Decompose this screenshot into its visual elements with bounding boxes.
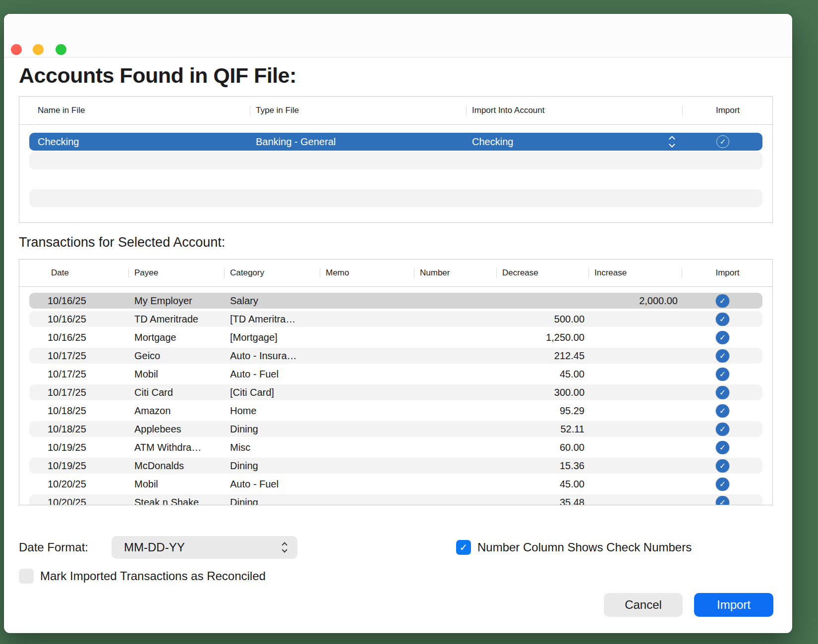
transaction-category-cell: Dining [224,424,320,435]
transaction-decrease-cell: 15.36 [496,460,588,472]
transactions-column-header: Import [682,268,773,278]
transaction-category-cell: Misc [224,442,320,453]
transaction-date-cell: 10/17/25 [29,387,128,398]
transaction-date-cell: 10/16/25 [29,295,128,307]
number-column-checkbox[interactable] [456,540,471,555]
transaction-category-cell: Salary [224,295,320,307]
number-column-label[interactable]: Number Column Shows Check Numbers [477,540,692,554]
transaction-import-cell [682,349,763,363]
transaction-decrease-cell: 35.48 [496,497,588,506]
account-import-into-cell: Checking [466,136,682,148]
transactions-column-header: Memo [320,268,414,278]
transaction-import-cell [682,368,763,381]
transaction-date-cell: 10/16/25 [29,332,128,343]
import-checkbox-icon[interactable] [716,135,729,148]
import-checkmark-icon[interactable] [716,349,729,363]
account-row[interactable] [29,170,762,188]
transaction-payee-cell: My Employer [128,295,224,307]
transactions-table: DatePayeeCategoryMemoNumberDecreaseIncre… [19,259,773,505]
transaction-category-cell: Auto - Fuel [224,369,320,380]
date-format-row: Date Format: MM-DD-YY [19,536,88,559]
mark-reconciled-checkbox[interactable] [19,569,34,584]
transaction-row[interactable]: 10/20/25Steak n ShakeDining35.48 [29,494,762,505]
transaction-decrease-cell: 500.00 [496,314,588,325]
date-format-popup[interactable]: MM-DD-YY [112,536,297,559]
cancel-button[interactable]: Cancel [604,593,683,617]
accounts-table-header: Name in FileType in FileImport Into Acco… [19,97,772,125]
transaction-payee-cell: ATM Withdra… [128,442,224,453]
chevron-up-down-icon[interactable] [670,137,674,147]
import-checkmark-icon[interactable] [716,496,729,506]
transaction-import-cell [682,441,763,454]
transaction-decrease-cell: 1,250.00 [496,332,588,343]
minimize-button[interactable] [33,44,44,55]
zoom-button[interactable] [56,44,66,55]
mark-reconciled-option: Mark Imported Transactions as Reconciled [19,569,266,584]
import-checkmark-icon[interactable] [716,404,729,418]
transaction-row[interactable]: 10/17/25Citi Card[Citi Card]300.00 [29,384,762,400]
transaction-row[interactable]: 10/17/25MobilAuto - Fuel45.00 [29,366,762,382]
import-checkmark-icon[interactable] [716,478,729,491]
import-button[interactable]: Import [694,593,773,617]
import-checkmark-icon[interactable] [716,423,729,436]
chevron-up-down-icon [283,543,287,552]
transactions-column-header: Date [19,268,128,278]
transaction-date-cell: 10/20/25 [29,479,128,490]
transaction-date-cell: 10/19/25 [29,460,128,472]
account-type-cell: Banking - General [250,136,466,148]
close-button[interactable] [11,44,22,55]
transaction-row[interactable]: 10/20/25MobilAuto - Fuel45.00 [29,476,762,492]
title-bar [4,14,792,57]
transaction-payee-cell: Geico [128,350,224,362]
transaction-date-cell: 10/18/25 [29,405,128,417]
transaction-category-cell: Auto - Fuel [224,479,320,490]
account-row[interactable] [29,189,762,207]
transaction-category-cell: [Citi Card] [224,387,320,398]
transaction-decrease-cell: 45.00 [496,369,588,380]
transaction-import-cell [682,313,763,326]
import-checkmark-icon[interactable] [716,386,729,399]
mark-reconciled-label[interactable]: Mark Imported Transactions as Reconciled [40,569,266,583]
account-row[interactable] [29,152,762,169]
transaction-decrease-cell: 300.00 [496,387,588,398]
transaction-payee-cell: TD Ameritrade [128,314,224,325]
transaction-decrease-cell: 45.00 [496,479,588,490]
import-checkmark-icon[interactable] [716,331,729,344]
transaction-payee-cell: Applebees [128,424,224,435]
transaction-row[interactable]: 10/18/25ApplebeesDining52.11 [29,421,762,437]
date-format-value: MM-DD-YY [124,540,185,554]
transaction-category-cell: Dining [224,460,320,472]
transaction-row[interactable]: 10/18/25AmazonHome95.29 [29,403,762,419]
transaction-payee-cell: Mobil [128,479,224,490]
transaction-category-cell: [Mortgage] [224,332,320,343]
transaction-payee-cell: Amazon [128,405,224,417]
transaction-row[interactable]: 10/16/25Mortgage[Mortgage]1,250.00 [29,329,762,345]
transaction-import-cell [682,386,763,399]
transaction-import-cell [682,331,763,344]
transaction-row[interactable]: 10/19/25McDonaldsDining15.36 [29,458,762,474]
transaction-import-cell [682,496,763,506]
transaction-row[interactable]: 10/17/25GeicoAuto - Insura…212.45 [29,348,762,364]
import-checkmark-icon[interactable] [716,368,729,381]
transaction-decrease-cell: 212.45 [496,350,588,362]
account-row[interactable]: CheckingBanking - GeneralChecking [29,133,762,151]
page-title: Accounts Found in QIF File: [19,63,296,88]
transactions-column-header: Payee [128,268,224,278]
transaction-date-cell: 10/16/25 [29,314,128,325]
transaction-import-cell [682,423,763,436]
accounts-table: Name in FileType in FileImport Into Acco… [19,96,773,223]
transaction-payee-cell: Steak n Shake [128,497,224,506]
date-format-label: Date Format: [19,540,88,554]
transaction-row[interactable]: 10/16/25My EmployerSalary2,000.00 [29,293,762,309]
transaction-row[interactable]: 10/16/25TD Ameritrade[TD Ameritra…500.00 [29,311,762,327]
transaction-import-cell [682,294,763,308]
import-checkmark-icon[interactable] [716,459,729,473]
transaction-category-cell: Dining [224,497,320,506]
transaction-increase-cell: 2,000.00 [588,295,682,307]
import-checkmark-icon[interactable] [716,441,729,454]
transaction-payee-cell: Citi Card [128,387,224,398]
import-checkmark-icon[interactable] [716,313,729,326]
transaction-row[interactable]: 10/19/25ATM Withdra…Misc60.00 [29,439,762,455]
import-checkmark-icon[interactable] [716,294,729,308]
transaction-import-cell [682,478,763,491]
